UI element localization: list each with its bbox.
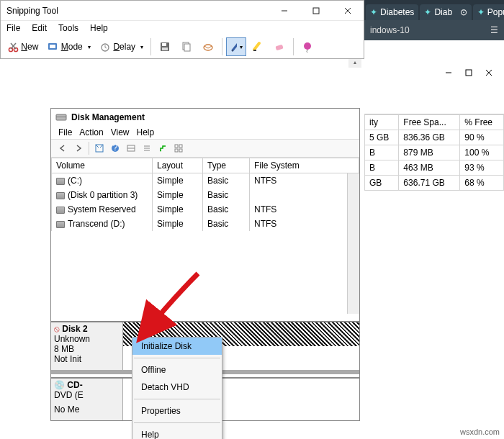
cd-icon: 💿 [54,380,65,390]
minimize-button[interactable] [442,66,455,79]
eraser-icon [274,41,285,53]
paint3d-button[interactable] [297,37,318,56]
right-pane: ✦Diabetes ✦Diab ⊙ ✦Popul indows-10 ☰ ity… [364,0,504,439]
svg-rect-36 [175,145,178,148]
svg-rect-23 [466,70,472,76]
settings-button[interactable] [124,141,138,155]
volume-icon [56,178,65,185]
volume-row[interactable]: (Disk 0 partition 3)SimpleBasic [52,188,359,202]
maximize-button[interactable] [300,1,332,20]
pen-icon [230,40,237,53]
scissors-icon [7,41,19,53]
eraser-button[interactable] [269,37,289,56]
tab-favicon-icon: ✦ [370,7,377,17]
menu-item-help[interactable]: Help [132,426,222,439]
dm-toolbar: ? [51,139,359,158]
svg-rect-9 [50,45,55,48]
pen-button[interactable]: ▾ [226,37,246,56]
tab-favicon-icon: ✦ [424,7,431,17]
disk-icon [55,112,67,123]
volume-row[interactable]: System ReservedSimpleBasicNTFS [52,202,359,217]
svg-rect-27 [56,117,66,117]
help-button[interactable]: ? [108,141,122,155]
new-snip-button[interactable]: New [4,37,42,56]
save-icon [159,41,171,53]
column-header-pctfree[interactable]: % Free [460,115,504,130]
dm-title: Disk Management [71,112,145,122]
grid-button[interactable] [171,141,186,155]
column-header-capacity[interactable]: ity [365,115,399,130]
menu-help[interactable]: Help [137,127,155,137]
table-row[interactable]: B879 MB100 % [365,145,504,160]
menu-tools[interactable]: Tools [55,23,81,33]
highlighter-button[interactable] [248,37,268,56]
chevron-down-icon: ▾ [88,44,91,50]
action-button[interactable] [156,141,170,155]
close-button[interactable] [332,1,364,20]
menu-help[interactable]: Help [87,23,111,33]
mode-button[interactable]: Mode ▾ [43,37,94,56]
watermark: wsxdn.com [460,427,500,436]
browser-tab[interactable]: ✦Diabetes [366,4,418,20]
svg-rect-1 [313,8,319,14]
volume-row[interactable]: Transcend (D:)SimpleBasicNTFS [52,217,359,231]
menu-item-initialize-disk[interactable]: Initialize Disk [132,338,222,355]
chevron-down-icon: ▾ [140,44,143,50]
svg-rect-17 [184,44,190,51]
copy-icon [181,41,192,53]
table-row[interactable]: B463 MB93 % [365,160,504,176]
volume-icon [56,221,65,228]
svg-point-21 [304,42,311,50]
titlebar: Snipping Tool [1,1,364,21]
send-button[interactable] [198,37,218,56]
volume-icon [56,192,65,199]
svg-rect-38 [175,149,178,152]
table-row[interactable]: 5 GB836.36 GB90 % [365,130,504,145]
column-header-volume[interactable]: Volume [52,158,153,173]
menu-view[interactable]: View [111,127,130,137]
back-button[interactable] [55,141,70,155]
save-button[interactable] [155,37,175,56]
svg-text:?: ? [113,143,118,153]
svg-rect-20 [276,45,284,50]
volume-icon [56,207,65,214]
balloon-icon [302,41,313,53]
forward-button[interactable] [71,141,86,155]
disk-error-icon: ⦸ [54,324,60,334]
svg-rect-15 [162,47,168,50]
browser-tab[interactable]: ✦Popul [473,4,504,20]
menu-item-offline[interactable]: Offline [132,361,222,379]
menu-edit[interactable]: Edit [29,23,50,33]
snipping-menubar: File Edit Tools Help [1,21,364,35]
column-header-type[interactable]: Type [203,158,250,173]
column-header-filesystem[interactable]: File System [250,158,359,173]
volume-table: Volume Layout Type File System [51,158,359,173]
close-button[interactable] [482,66,495,79]
browser-address-bar[interactable]: indows-10 ☰ [364,20,504,40]
copy-button[interactable] [176,37,197,56]
column-header-layout[interactable]: Layout [153,158,203,173]
list-button[interactable] [140,141,154,155]
menu-item-properties[interactable]: Properties [132,402,222,420]
snipping-tool-window: Snipping Tool File Edit Tools Help New M… [0,0,364,59]
menu-action[interactable]: Action [79,127,103,137]
refresh-button[interactable] [92,141,107,155]
side-disk-table: ity Free Spa... % Free 5 GB836.36 GB90 %… [364,114,504,191]
delay-button[interactable]: Delay ▾ [96,37,147,56]
menu-file[interactable]: File [58,127,72,137]
svg-line-12 [105,47,107,48]
volume-row[interactable]: (C:)SimpleBasicNTFS [52,173,359,188]
tab-favicon-icon: ✦ [477,7,485,17]
scroll-up-button[interactable]: ▴ [348,59,361,68]
menu-file[interactable]: File [4,23,23,33]
table-row[interactable]: GB636.71 GB68 % [365,176,504,191]
browser-tabstrip: ✦Diabetes ✦Diab ⊙ ✦Popul [364,0,504,20]
column-header-freespace[interactable]: Free Spa... [399,115,460,130]
minimize-button[interactable] [269,1,300,20]
mode-icon [47,41,58,53]
browser-tab[interactable]: ✦Diab ⊙ [420,4,471,20]
menu-item-detach-vhd[interactable]: Detach VHD [132,379,222,396]
svg-rect-39 [179,149,182,152]
svg-rect-19 [253,50,256,51]
maximize-button[interactable] [462,66,475,79]
